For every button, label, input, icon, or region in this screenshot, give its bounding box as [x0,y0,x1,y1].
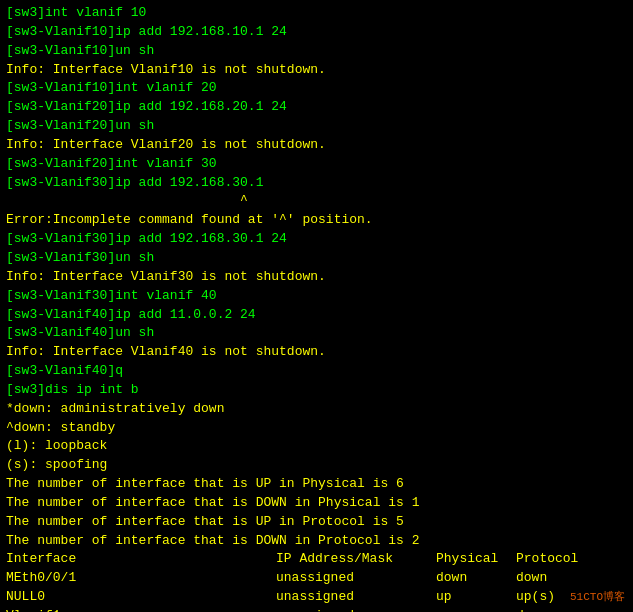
terminal-line-23: ^down: standby [6,419,627,438]
terminal-line-0: [sw3]int vlanif 10 [6,4,627,23]
col-physical: up [436,588,516,607]
terminal-line-6: [sw3-Vlanif20]un sh [6,117,627,136]
terminal-line-9: [sw3-Vlanif30]ip add 192.168.30.1 [6,174,627,193]
col-protocol: Protocol [516,550,596,569]
terminal-line-28: The number of interface that is UP in Pr… [6,513,627,532]
terminal-line-16: [sw3-Vlanif30]int vlanif 40 [6,287,627,306]
col-physical: up [436,607,516,612]
table-row: NULL0unassignedupup(s) [6,588,627,607]
terminal-line-12: Error:Incomplete command found at '^' po… [6,211,627,230]
col-interface: Interface [6,550,276,569]
terminal-line-2: [sw3-Vlanif10]un sh [6,42,627,61]
terminal-line-5: [sw3-Vlanif20]ip add 192.168.20.1 24 [6,98,627,117]
terminal-line-7: Info: Interface Vlanif20 is not shutdown… [6,136,627,155]
col-ip: IP Address/Mask [276,550,436,569]
col-physical: Physical [436,550,516,569]
col-ip: unassigned [276,607,436,612]
terminal-line-14: [sw3-Vlanif30]un sh [6,249,627,268]
col-physical: down [436,569,516,588]
terminal-line-8: [sw3-Vlanif20]int vlanif 30 [6,155,627,174]
col-interface: Vlanif1 [6,607,276,612]
terminal-line-27: The number of interface that is DOWN in … [6,494,627,513]
terminal-line-4: [sw3-Vlanif10]int vlanif 20 [6,79,627,98]
table-header-row: InterfaceIP Address/MaskPhysicalProtocol [6,550,627,569]
terminal-line-22: *down: administratively down [6,400,627,419]
terminal-line-21: [sw3]dis ip int b [6,381,627,400]
terminal-line-17: [sw3-Vlanif40]ip add 11.0.0.2 24 [6,306,627,325]
terminal-line-18: [sw3-Vlanif40]un sh [6,324,627,343]
terminal-line-26: The number of interface that is UP in Ph… [6,475,627,494]
col-protocol: down [516,607,596,612]
terminal-line-19: Info: Interface Vlanif40 is not shutdown… [6,343,627,362]
terminal-line-25: (s): spoofing [6,456,627,475]
col-protocol: down [516,569,596,588]
terminal-line-13: [sw3-Vlanif30]ip add 192.168.30.1 24 [6,230,627,249]
terminal-line-15: Info: Interface Vlanif30 is not shutdown… [6,268,627,287]
terminal-line-3: Info: Interface Vlanif10 is not shutdown… [6,61,627,80]
col-interface: MEth0/0/1 [6,569,276,588]
terminal-line-1: [sw3-Vlanif10]ip add 192.168.10.1 24 [6,23,627,42]
col-ip: unassigned [276,588,436,607]
col-interface: NULL0 [6,588,276,607]
col-ip: unassigned [276,569,436,588]
table-row: Vlanif1unassignedupdown [6,607,627,612]
terminal-line-24: (l): loopback [6,437,627,456]
terminal-line-20: [sw3-Vlanif40]q [6,362,627,381]
table-row: MEth0/0/1unassigneddowndown [6,569,627,588]
watermark: 51CTO博客 [570,589,625,604]
terminal-line-10: ^ [6,192,627,211]
terminal: [sw3]int vlanif 10[sw3-Vlanif10]ip add 1… [0,0,633,612]
terminal-line-29: The number of interface that is DOWN in … [6,532,627,551]
